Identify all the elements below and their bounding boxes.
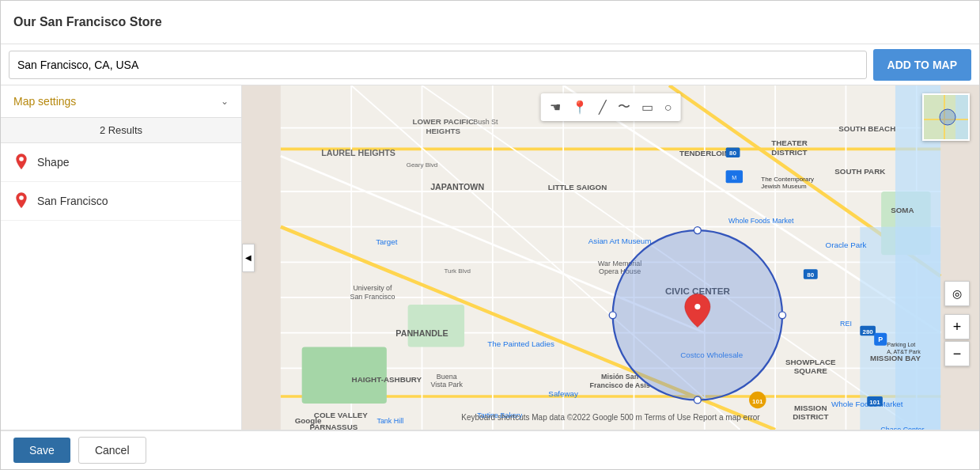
results-count-bar: 2 Results: [1, 118, 241, 143]
svg-text:P: P: [878, 335, 883, 343]
svg-text:Whole Foods Market: Whole Foods Market: [728, 217, 794, 225]
svg-text:Misión San: Misión San: [601, 373, 638, 381]
zoom-controls: ◎ + −: [944, 281, 970, 366]
svg-text:Francisco de Asís: Francisco de Asís: [590, 381, 650, 389]
svg-text:LITTLE SAIGON: LITTLE SAIGON: [548, 183, 607, 191]
svg-text:80: 80: [729, 150, 736, 157]
svg-text:THEATER: THEATER: [771, 138, 808, 147]
svg-point-83: [694, 304, 700, 309]
path-tool-button[interactable]: 〜: [614, 97, 634, 118]
result-shape-label: Shape: [37, 156, 69, 169]
svg-text:Vista Park: Vista Park: [431, 381, 464, 389]
svg-text:JAPANTOWN: JAPANTOWN: [430, 182, 484, 191]
svg-text:LOWER PACIFIC: LOWER PACIFIC: [412, 117, 474, 126]
result-sf-label: San Francisco: [37, 195, 108, 207]
add-to-map-button[interactable]: ADD TO MAP: [873, 49, 971, 81]
svg-rect-29: [408, 305, 464, 347]
page-title: Our San Francisco Store: [13, 15, 162, 29]
line-tool-button[interactable]: ╱: [595, 97, 611, 118]
svg-text:SQUARE: SQUARE: [794, 366, 827, 375]
svg-text:MISSION: MISSION: [794, 404, 827, 412]
svg-text:SOUTH PARK: SOUTH PARK: [834, 167, 885, 176]
svg-text:LAUREL HEIGHTS: LAUREL HEIGHTS: [321, 148, 395, 157]
main-content: Map settings ⌄ 2 Results Shape: [1, 85, 979, 430]
svg-text:The Contemporary: The Contemporary: [761, 176, 814, 183]
svg-text:REI: REI: [840, 320, 852, 328]
svg-text:PANHANDLE: PANHANDLE: [395, 328, 448, 338]
svg-text:DISTRICT: DISTRICT: [793, 412, 828, 421]
save-button[interactable]: Save: [13, 438, 70, 463]
footer-bar: Save Cancel: [1, 430, 979, 469]
collapse-sidebar-button[interactable]: ◀: [242, 244, 255, 272]
results-count: 2 Results: [100, 124, 142, 136]
cancel-button[interactable]: Cancel: [78, 437, 146, 464]
svg-text:M: M: [732, 175, 736, 181]
svg-text:TENDERLOIN: TENDERLOIN: [679, 149, 730, 157]
app-container: Our San Francisco Store ADD TO MAP Map s…: [0, 0, 980, 470]
title-bar: Our San Francisco Store: [1, 1, 979, 44]
pin-icon: [13, 153, 29, 172]
svg-text:Safeway: Safeway: [548, 389, 578, 398]
svg-text:280: 280: [862, 328, 873, 335]
svg-text:Geary Blvd: Geary Blvd: [407, 161, 438, 169]
zoom-in-button[interactable]: +: [944, 314, 970, 339]
svg-point-107: [940, 109, 955, 125]
svg-text:HAIGHT-ASHBURY: HAIGHT-ASHBURY: [352, 375, 422, 384]
svg-text:Target: Target: [376, 237, 398, 246]
pin-icon-sf: [13, 191, 29, 210]
svg-text:DISTRICT: DISTRICT: [771, 148, 807, 157]
map-miniature[interactable]: [922, 93, 970, 141]
svg-text:Buena: Buena: [437, 373, 457, 381]
svg-text:Asian Art Museum: Asian Art Museum: [588, 237, 652, 245]
svg-text:Parking Lot: Parking Lot: [887, 342, 915, 348]
map-settings-header[interactable]: Map settings ⌄: [1, 85, 241, 118]
marker-tool-button[interactable]: 📍: [568, 97, 592, 118]
svg-text:HEIGHTS: HEIGHTS: [426, 127, 460, 135]
svg-text:Jewish Museum: Jewish Museum: [761, 183, 807, 190]
list-item[interactable]: Shape: [1, 143, 241, 182]
svg-text:The Painted Ladies: The Painted Ladies: [487, 339, 554, 348]
svg-text:A, AT&T Park: A, AT&T Park: [887, 349, 921, 355]
svg-point-82: [694, 396, 701, 404]
svg-point-79: [609, 312, 616, 319]
map-area[interactable]: ◀: [242, 85, 979, 430]
sidebar: Map settings ⌄ 2 Results Shape: [1, 85, 242, 430]
svg-text:Bush St: Bush St: [473, 118, 498, 126]
hand-tool-button[interactable]: ☚: [546, 97, 565, 118]
svg-point-80: [779, 312, 786, 319]
svg-text:University of: University of: [353, 284, 392, 292]
svg-point-81: [694, 227, 701, 234]
svg-text:Chase Center: Chase Center: [880, 426, 924, 430]
svg-text:Oracle Park: Oracle Park: [826, 241, 867, 249]
svg-point-1: [19, 195, 24, 200]
rect-tool-button[interactable]: ▭: [638, 97, 657, 118]
svg-text:Tank Hill: Tank Hill: [376, 417, 403, 425]
svg-rect-104: [955, 95, 970, 141]
svg-text:SOMA: SOMA: [891, 206, 914, 214]
svg-text:San Francisco: San Francisco: [350, 293, 395, 301]
chevron-down-icon: ⌄: [221, 96, 229, 107]
svg-text:80: 80: [807, 271, 814, 279]
svg-text:COLE VALLEY: COLE VALLEY: [314, 411, 368, 419]
map-canvas: California St Bush St Geary Blvd Turk Bl…: [242, 85, 979, 430]
location-button[interactable]: ◎: [944, 281, 970, 306]
search-input[interactable]: [9, 51, 867, 79]
map-toolbar: ☚ 📍 ╱ 〜 ▭ ○: [541, 93, 681, 121]
search-bar: ADD TO MAP: [1, 44, 979, 85]
list-item[interactable]: San Francisco: [1, 182, 241, 221]
svg-point-0: [19, 157, 24, 161]
svg-text:Turk Blvd: Turk Blvd: [444, 267, 471, 275]
svg-text:101: 101: [869, 399, 880, 406]
map-attribution: Keyboard shortcuts Map data ©2022 Google…: [461, 413, 759, 422]
svg-text:Google: Google: [295, 416, 322, 425]
svg-text:SHOWPLACE: SHOWPLACE: [785, 358, 836, 366]
svg-text:SOUTH BEACH: SOUTH BEACH: [838, 124, 895, 133]
zoom-out-button[interactable]: −: [944, 341, 970, 366]
svg-text:101: 101: [752, 398, 763, 405]
map-settings-label: Map settings: [13, 95, 76, 108]
circle-tool-button[interactable]: ○: [660, 97, 676, 118]
